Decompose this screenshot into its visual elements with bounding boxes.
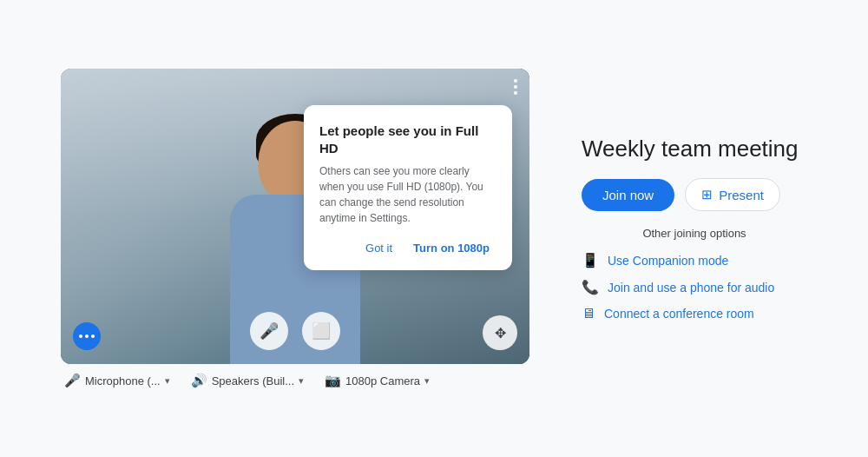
bottom-more-button[interactable]	[73, 322, 101, 350]
microphone-selector[interactable]: 🎤 Microphone (... ▾	[64, 373, 170, 388]
video-more-options[interactable]	[514, 79, 517, 95]
join-now-button[interactable]: Join now	[582, 179, 674, 211]
hd-popup: Let people see you in Full HD Others can…	[304, 105, 512, 270]
present-label: Present	[719, 188, 764, 202]
meeting-title: Weekly team meeting	[582, 136, 799, 162]
meeting-section: Weekly team meeting Join now ⊞ Present O…	[582, 136, 807, 321]
camera-device-icon: 📷	[325, 373, 341, 388]
camera-toggle-button[interactable]: ⬜	[302, 312, 340, 350]
companion-icon: 📱	[582, 252, 599, 268]
conference-icon: 🖥	[582, 306, 595, 321]
companion-label: Use Companion mode	[608, 254, 728, 268]
present-button[interactable]: ⊞ Present	[685, 178, 780, 211]
popup-title: Let people see you in Full HD	[319, 123, 496, 156]
other-options-section: Other joining options 📱 Use Companion mo…	[582, 227, 807, 321]
popup-body: Others can see you more clearly when you…	[319, 163, 496, 226]
device-bar: 🎤 Microphone (... ▾ 🔊 Speakers (Buil... …	[61, 373, 433, 388]
video-controls: 🎤 ⬜	[250, 312, 340, 350]
phone-icon: 📞	[582, 279, 599, 295]
camera-label: 1080p Camera	[345, 374, 420, 387]
turn-on-1080p-button[interactable]: Turn on 1080p	[406, 238, 496, 258]
speakers-label: Speakers (Buil...	[212, 374, 294, 387]
mic-icon: 🎤	[260, 321, 279, 341]
camera-icon: ⬜	[312, 321, 331, 341]
other-options-title: Other joining options	[582, 227, 807, 240]
microphone-chevron: ▾	[165, 375, 170, 387]
expand-button[interactable]: ✥	[483, 315, 517, 350]
video-section: Let people see you in Full HD Others can…	[61, 69, 529, 388]
video-preview: Let people see you in Full HD Others can…	[61, 69, 529, 364]
mic-toggle-button[interactable]: 🎤	[250, 312, 288, 350]
companion-mode-option[interactable]: 📱 Use Companion mode	[582, 252, 807, 268]
phone-audio-option[interactable]: 📞 Join and use a phone for audio	[582, 279, 807, 295]
speakers-selector[interactable]: 🔊 Speakers (Buil... ▾	[191, 373, 304, 388]
options-list: 📱 Use Companion mode 📞 Join and use a ph…	[582, 252, 807, 321]
microphone-label: Microphone (...	[85, 374, 161, 387]
conference-label: Connect a conference room	[604, 307, 754, 321]
expand-icon: ✥	[495, 325, 506, 341]
main-container: Let people see you in Full HD Others can…	[0, 0, 868, 457]
speakers-icon: 🔊	[191, 373, 207, 388]
camera-chevron: ▾	[424, 375, 430, 387]
got-it-button[interactable]: Got it	[358, 238, 399, 258]
join-row: Join now ⊞ Present	[582, 178, 780, 211]
microphone-icon: 🎤	[64, 373, 81, 388]
popup-actions: Got it Turn on 1080p	[319, 238, 496, 258]
speakers-chevron: ▾	[299, 375, 304, 387]
camera-selector[interactable]: 📷 1080p Camera ▾	[325, 373, 430, 388]
conference-room-option[interactable]: 🖥 Connect a conference room	[582, 306, 807, 321]
phone-label: Join and use a phone for audio	[608, 281, 774, 295]
present-icon: ⊞	[701, 187, 713, 202]
